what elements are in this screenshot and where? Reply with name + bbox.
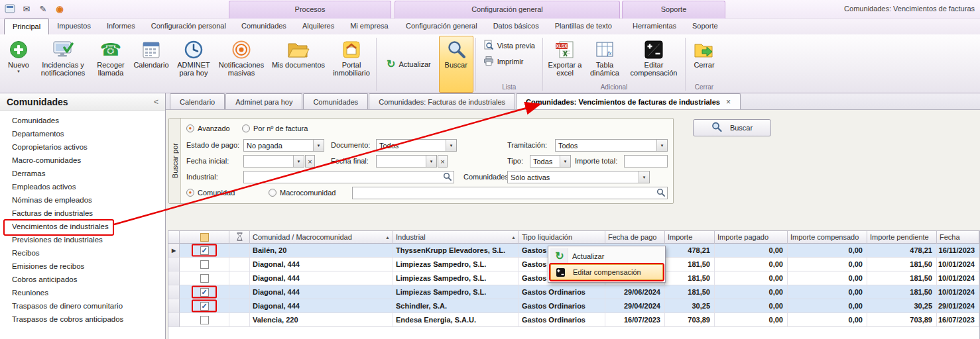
editar-compensacion-button[interactable]: Editar compensación bbox=[625, 36, 683, 83]
chevron-down-icon[interactable]: ▼ bbox=[446, 140, 456, 151]
expiry-column-header[interactable] bbox=[229, 231, 250, 244]
chevron-down-icon[interactable]: ▼ bbox=[560, 156, 570, 167]
header-importe-compensado[interactable]: Importe compensado bbox=[788, 231, 867, 244]
chevron-down-icon[interactable]: ▼ bbox=[639, 171, 649, 183]
vista-previa-button[interactable]: Vista previa bbox=[478, 38, 540, 53]
documento-select[interactable]: Todos ▼ bbox=[376, 139, 457, 152]
checkbox-cell[interactable] bbox=[180, 313, 229, 327]
industrial-input[interactable] bbox=[243, 171, 454, 183]
ribbon-tab-configuracion-personal[interactable]: Configuración personal bbox=[143, 19, 234, 34]
sidebar-item-traspasos-cobros[interactable]: Traspasos de cobros anticipados bbox=[0, 313, 165, 326]
fecha-final-input[interactable]: ▼ bbox=[376, 155, 437, 168]
sidebar-item-copropietarios-activos[interactable]: Copropietarios activos bbox=[0, 140, 165, 154]
checkbox-cell[interactable] bbox=[180, 258, 229, 271]
header-comunidad[interactable]: Comunidad / Macrocomunidad▲ bbox=[250, 231, 393, 244]
table-row[interactable]: Valencia, 220 Endesa Energia, S.A.U. Gas… bbox=[168, 313, 979, 327]
table-row[interactable]: ✓ Diagonal, 444 Schindler, S.A. Gastos O… bbox=[168, 299, 979, 313]
ribbon-tab-mi-empresa[interactable]: Mi empresa bbox=[342, 19, 396, 34]
calendario-button[interactable]: Calendario bbox=[130, 36, 172, 93]
search-icon[interactable] bbox=[656, 188, 665, 198]
ribbon-tab-impuestos[interactable]: Impuestos bbox=[49, 19, 99, 34]
row-checkbox[interactable]: ✓ bbox=[200, 246, 209, 255]
header-industrial[interactable]: Industrial▲ bbox=[393, 231, 519, 244]
edit-icon[interactable]: ✎ bbox=[37, 3, 49, 15]
row-checkbox[interactable]: ✓ bbox=[200, 288, 209, 297]
collapse-icon[interactable]: < bbox=[154, 97, 158, 107]
radio-avanzado[interactable]: ● Avanzado bbox=[186, 123, 230, 134]
search-icon[interactable] bbox=[443, 172, 452, 182]
row-checkbox[interactable] bbox=[200, 260, 209, 269]
sidebar-item-reuniones[interactable]: Reuniones bbox=[0, 286, 165, 299]
header-importe-pagado[interactable]: Importe pagado bbox=[715, 231, 788, 244]
nuevo-button[interactable]: Nuevo ▼ bbox=[3, 36, 34, 93]
clear-icon[interactable]: × bbox=[305, 155, 315, 168]
exportar-excel-button[interactable]: XLSX Exportar a excel bbox=[545, 36, 585, 83]
sidebar-item-derramas[interactable]: Derramas bbox=[0, 167, 165, 180]
table-row[interactable]: ✓ Diagonal, 444 Limpiezas Sampedro, S.L.… bbox=[168, 285, 979, 299]
imprimir-button[interactable]: Imprimir bbox=[478, 54, 540, 69]
doc-tab-vencimientos-facturas[interactable]: Comunidades: Vencimientos de facturas de… bbox=[516, 93, 741, 109]
ribbon-tab-alquileres[interactable]: Alquileres bbox=[294, 19, 342, 34]
sidebar-item-cobros-anticipados[interactable]: Cobros anticipados bbox=[0, 273, 165, 286]
clear-icon[interactable]: × bbox=[438, 155, 448, 168]
header-tipo-liquidacion[interactable]: Tipo liquidación bbox=[519, 231, 605, 244]
fecha-inicial-input[interactable]: ▼ bbox=[243, 155, 304, 168]
row-checkbox[interactable] bbox=[200, 274, 209, 283]
sidebar-item-emisiones-de-recibos[interactable]: Emisiones de recibos bbox=[0, 260, 165, 273]
select-all-header[interactable] bbox=[180, 231, 229, 244]
portal-inmobiliario-button[interactable]: Portal inmobiliario bbox=[329, 36, 374, 93]
sidebar-item-nominas-de-empleados[interactable]: Nóminas de empleados bbox=[0, 193, 165, 207]
ribbon-tab-soporte[interactable]: Soporte bbox=[684, 19, 726, 34]
tramitacion-select[interactable]: Todos ▼ bbox=[555, 139, 668, 152]
radio-comunidad[interactable]: ● Comunidad bbox=[186, 187, 235, 198]
sidebar-item-comunidades[interactable]: Comunidades bbox=[0, 114, 165, 127]
chevron-down-icon[interactable]: ▼ bbox=[656, 140, 667, 151]
sidebar-item-departamentos[interactable]: Departamentos bbox=[0, 127, 165, 140]
ribbon-tab-principal[interactable]: Principal bbox=[4, 19, 49, 34]
recoger-llamada-button[interactable]: ☎ Recoger llamada bbox=[92, 36, 130, 93]
context-menu-item-editar-compensacion[interactable]: Editar compensación bbox=[550, 264, 663, 280]
ribbon-tab-informes[interactable]: Informes bbox=[99, 19, 143, 34]
actualizar-button[interactable]: ↻ Actualizar bbox=[381, 57, 436, 72]
sidebar-item-macro-comunidades[interactable]: Macro-comunidades bbox=[0, 154, 165, 167]
comunidades-select[interactable]: Sólo activas ▼ bbox=[507, 171, 650, 183]
doc-tab-adminet-para-hoy[interactable]: Adminet para hoy bbox=[225, 93, 302, 109]
importe-total-input[interactable] bbox=[624, 155, 668, 168]
sidebar-item-recibos[interactable]: Recibos bbox=[0, 246, 165, 260]
app-menu-icon[interactable] bbox=[4, 3, 16, 15]
sidebar-item-previsiones-de-industriales[interactable]: Previsiones de industriales bbox=[0, 233, 165, 246]
mail-icon[interactable]: ✉ bbox=[21, 3, 32, 15]
doc-tab-calendario[interactable]: Calendario bbox=[170, 93, 225, 109]
buscar-panel-button[interactable]: Buscar bbox=[693, 119, 771, 136]
chevron-down-icon[interactable]: ▼ bbox=[313, 140, 324, 151]
sidebar-item-traspasos-dinero[interactable]: Traspasos de dinero comunitario bbox=[0, 299, 165, 313]
estado-de-pago-select[interactable]: No pagada ▼ bbox=[243, 139, 324, 152]
chevron-down-icon[interactable]: ▼ bbox=[426, 156, 436, 167]
sidebar-item-vencimientos-de-industriales[interactable]: Vencimientos de industriales bbox=[0, 220, 165, 233]
sidebar-item-empleados-activos[interactable]: Empleados activos bbox=[0, 180, 165, 193]
ribbon-tab-comunidades[interactable]: Comunidades bbox=[233, 19, 294, 34]
help-icon[interactable]: ◉ bbox=[54, 3, 66, 15]
tipo-select[interactable]: Todas ▼ bbox=[530, 155, 571, 168]
ribbon-tab-herramientas[interactable]: Herramientas bbox=[625, 19, 684, 34]
header-fecha-de-pago[interactable]: Fecha de pago bbox=[605, 231, 665, 244]
checkbox-cell[interactable]: ✓ bbox=[180, 244, 229, 258]
checkbox-cell[interactable] bbox=[180, 271, 229, 285]
checkbox-cell[interactable]: ✓ bbox=[180, 299, 229, 313]
incidencias-button[interactable]: Incidencias y notificaciones bbox=[34, 36, 92, 93]
checkbox-cell[interactable]: ✓ bbox=[180, 285, 229, 299]
close-icon[interactable]: × bbox=[726, 97, 731, 107]
row-checkbox[interactable] bbox=[200, 316, 209, 324]
mis-documentos-button[interactable]: Mis documentos bbox=[268, 36, 329, 93]
header-fecha[interactable]: Fecha bbox=[937, 231, 979, 244]
busqueda-input[interactable] bbox=[352, 187, 668, 199]
ribbon-tab-datos-basicos[interactable]: Datos básicos bbox=[485, 19, 547, 34]
radio-macrocomunidad[interactable]: Macrocomunidad bbox=[269, 187, 336, 198]
ribbon-tab-configuracion-general[interactable]: Configuración general bbox=[398, 19, 485, 34]
header-importe-pendiente[interactable]: Importe pendiente bbox=[867, 231, 937, 244]
select-all-checkbox[interactable] bbox=[200, 233, 209, 242]
context-menu-item-actualizar[interactable]: ↻ Actualizar bbox=[550, 248, 663, 264]
radio-por-numero-factura[interactable]: Por nº de factura bbox=[242, 123, 308, 134]
cerrar-button[interactable]: Cerrar bbox=[688, 36, 721, 83]
buscar-button[interactable]: Buscar bbox=[439, 36, 473, 93]
